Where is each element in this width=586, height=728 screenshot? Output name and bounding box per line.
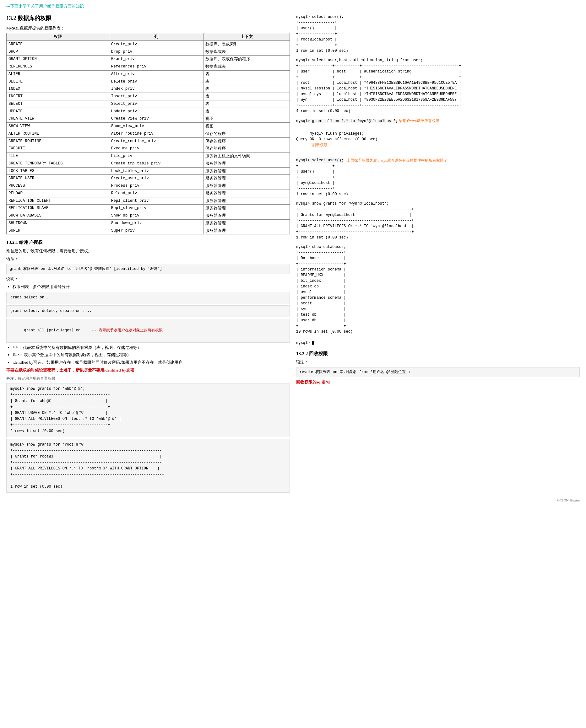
cmd3-header: mysql> select user();	[296, 158, 344, 163]
mysql-cmd-5: mysql> show databases; +----------------…	[296, 244, 580, 346]
bullet-4: identified by可选。 如果用户存在，赋予权限的同时修改密码,如果该用…	[13, 359, 290, 366]
table-row: GRANT OPTIONGrant_priv数据库、表或保存的程序	[7, 55, 290, 63]
subsection-1-title: 13.2.1 给用户授权	[6, 239, 290, 246]
flush-annotation: 刷新权限	[312, 143, 327, 147]
note-label: 说明：	[6, 276, 290, 282]
table-row: CREATECreate_priv数据库、表或索引	[7, 41, 290, 48]
flush-cmd: mysql> flush privileges; Query OK, 0 row…	[296, 125, 580, 154]
left-column: 13.2 数据库的权限 MySQL数据库提供的权限列表： 权限 列 上下文 CR…	[6, 14, 290, 495]
note-top: 备注：特定用户现有查看权限	[6, 375, 290, 382]
table-row: SHOW VIEWShow_view_priv视图	[7, 123, 290, 130]
mysql-cmd-4: mysql> show grants for 'wyn'@'localhost'…	[296, 201, 580, 240]
code-block-1: mysql> show grants for 'whb'@'%'; +-----…	[6, 383, 290, 437]
bullet-2: *.* ：代表本系统中的所有数据库的所有对象（表，视图，存储过程等）	[13, 344, 290, 351]
warning-text: 不要在赋权的时候设置密码，太难了，所以尽量不要用identified by选项	[6, 367, 290, 373]
table-row: RELOADReload_priv服务器管理	[7, 189, 290, 197]
grant-annotation: 给用户wyn赋予所有权限	[399, 119, 439, 123]
table-row: REFERENCESReferences_priv数据库或表	[7, 63, 290, 71]
table-row: CREATE TEMPORARY TABLESCreate_tmp_table_…	[7, 160, 290, 167]
table-row: INDEXIndex_priv表	[7, 85, 290, 93]
subsection-2-title: 13.2.2 回收权限	[296, 350, 580, 357]
table-row: SHUTDOWNShutdown_priv服务器管理	[7, 219, 290, 227]
right-column: mysql> select user(); +----------------+…	[296, 14, 580, 495]
privileges-table: 权限 列 上下文 CREATECreate_priv数据库、表或索引DROPDr…	[6, 33, 290, 234]
mysql-cmd-2: mysql> select user,host,authentication_s…	[296, 57, 580, 114]
table-row: SELECTSelect_priv表	[7, 100, 290, 108]
table-row: DELETEDelete_priv表	[7, 78, 290, 85]
sub2-grammar: revoke 权限列表 on 库.对象名 from '用户名'@'登陆位置';	[296, 367, 580, 377]
bullet-list-2: *.* ：代表本系统中的所有数据库的所有对象（表，视图，存储过程等） 库.*：表…	[13, 344, 290, 366]
col-header-priv: 权限	[7, 33, 109, 41]
cmd3-annotation: 上面赋予权限之后，wyn就可以拥有该数据库中的所有权限了	[347, 158, 447, 163]
sub2-annotation: 回收权限的sql语句	[296, 379, 580, 385]
top-banner: ---下面来学习关于用户赋予权限方面的知识	[6, 3, 580, 11]
sub2-grammar-label: 语法：	[296, 359, 580, 365]
table-row: ALTER ROUTINEAlter_routine_priv保存的程序	[7, 130, 290, 137]
table-row: UPDATEUpdate_priv表	[7, 108, 290, 115]
grant-cmd-block: mysql> grant all on *.* to 'wyn'@'localh…	[296, 118, 580, 124]
table-row: CREATE ROUTINECreate_routine_priv保存的程序	[7, 137, 290, 145]
cmd3-block: mysql> select user(); 上面赋予权限之后，wyn就可以拥有该…	[296, 158, 580, 197]
col-header-ctx: 上下文	[203, 33, 290, 41]
footer: ©CSDN @ygtm	[6, 498, 580, 503]
code-example-2: grant select, delete, create on ....	[6, 305, 290, 317]
table-row: PROCESSProcess_priv服务器管理	[7, 182, 290, 190]
table-row: SUPERSuper_priv服务器管理	[7, 227, 290, 234]
code-example-3: grant all [privileges] on ... -- 表示赋予该用户…	[6, 319, 290, 343]
table-row: CREATE VIEWCreate_view_priv视图	[7, 115, 290, 123]
bullet-list: 权限列表，多个权限用逗号分开	[13, 284, 290, 290]
bullet-3: 库.*：表示某个数据库中的所有数据对象(表，视图，存储过程等)	[13, 352, 290, 358]
section-title: 13.2 数据库的权限	[6, 14, 290, 23]
table-row: LOCK TABLESLock_tables_priv服务器管理	[7, 167, 290, 175]
code-example-1: grant select on ...	[6, 292, 290, 304]
section-intro: MySQL数据库提供的权限列表：	[6, 25, 290, 31]
table-row: DROPDrop_priv数据库或表	[7, 48, 290, 55]
table-row: REPLICATION CLIENTRepl_client_priv服务器管理	[7, 197, 290, 205]
cmd3-body: +---------------+ | user() | +----------…	[296, 163, 580, 197]
grant-cmd: mysql> grant all on *.* to 'wyn'@'localh…	[296, 119, 398, 123]
col-header-col: 列	[109, 33, 203, 41]
table-row: CREATE USERCreate_user_priv服务器管理	[7, 175, 290, 182]
table-row: FILEFile_priv服务器主机上的文件访问	[7, 153, 290, 160]
grammar-block: grant 权限列表 on 库.对象名 to '用户名'@'登陆位置' [ide…	[6, 264, 290, 274]
grammar-label: 语法：	[6, 256, 290, 262]
bullet-1: 权限列表，多个权限用逗号分开	[13, 284, 290, 290]
table-row: EXECUTEExecute_priv保存的程序	[7, 145, 290, 153]
table-row: SHOW DATABASESShow_db_priv服务器管理	[7, 212, 290, 220]
table-row: REPLICATION SLAVERepl_slave_priv服务器管理	[7, 205, 290, 212]
table-row: INSERTInsert_priv表	[7, 93, 290, 100]
table-row: ALTERAlter_priv表	[7, 70, 290, 78]
mysql-cmd-1: mysql> select user(); +----------------+…	[296, 14, 580, 54]
subsection-1-intro: 刚创建的用户没有任何权限，需要给用户授权。	[6, 248, 290, 254]
code-block-2: mysql> show grants for 'root'@'%'; +----…	[6, 439, 290, 493]
